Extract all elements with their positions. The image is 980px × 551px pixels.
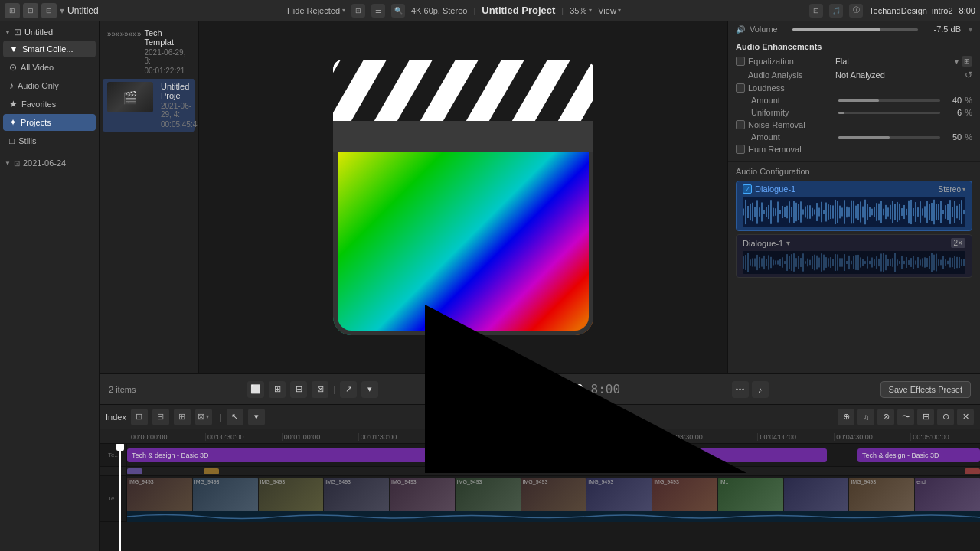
svg-rect-125 <box>763 256 765 269</box>
svg-rect-95 <box>926 201 928 223</box>
equalization-options[interactable]: ⊞ <box>962 56 972 67</box>
volume-slider[interactable] <box>792 28 918 31</box>
top-bar-right: ⊡ 🎵 ⓘ TechandDesign_intro2 8:00 <box>809 4 975 18</box>
noise-amount-slider[interactable] <box>838 136 940 139</box>
svg-rect-139 <box>795 258 797 267</box>
audio-btn[interactable]: 🎵 <box>829 4 843 18</box>
arrow-down-btn[interactable]: ▾ <box>361 381 378 398</box>
cursor-btn[interactable]: ↖ <box>227 409 243 425</box>
clip-name: TechandDesign_intro2 <box>869 6 952 15</box>
audio-config-title: Audio Configuration <box>736 167 972 176</box>
sidebar-item-projects[interactable]: ✦ Projects <box>3 114 96 131</box>
cursor-dropdown[interactable]: ▾ <box>248 409 265 425</box>
svg-rect-30 <box>777 201 779 222</box>
dialogue-track-1-header: ✓ Dialogue-1 Stereo ▾ <box>743 184 965 194</box>
index-btn-4[interactable]: ⊠▾ <box>195 409 212 425</box>
svg-rect-128 <box>770 257 772 268</box>
svg-rect-118 <box>747 253 749 272</box>
sidebar-item-favorites[interactable]: ★ Favorites <box>3 96 96 112</box>
svg-rect-199 <box>933 255 935 271</box>
svg-rect-25 <box>766 207 767 217</box>
loudness-checkbox[interactable] <box>736 83 745 93</box>
svg-rect-50 <box>823 210 825 214</box>
record-btn[interactable]: ⊙ <box>937 409 954 425</box>
view-toggle[interactable]: ⊠ <box>312 381 328 398</box>
list-view-btn[interactable]: ☰ <box>371 4 385 18</box>
svg-rect-110 <box>961 200 962 224</box>
app-icon-2[interactable]: ⊡ <box>23 3 38 18</box>
svg-rect-83 <box>899 204 900 220</box>
hide-rejected-dropdown[interactable]: Hide Rejected ▾ <box>287 6 345 15</box>
playhead[interactable] <box>119 444 121 551</box>
audio-track-btn[interactable]: ♫ <box>858 409 874 425</box>
loudness-amount-label: Amount <box>751 96 835 105</box>
mute-btn[interactable]: ⊗ <box>877 409 894 425</box>
svg-rect-42 <box>805 207 806 218</box>
equalization-row: Equalization Flat ▾ ⊞ <box>736 56 972 67</box>
svg-rect-90 <box>915 202 916 222</box>
svg-rect-47 <box>816 203 818 221</box>
ruler-tick-1: 00:00:30:00 <box>205 433 244 441</box>
noise-removal-checkbox[interactable] <box>736 120 745 129</box>
marker-btn[interactable]: ⊞ <box>269 381 286 398</box>
file-list: »»»»»»»» Tech Templat 2021-06-29, 3: 00:… <box>100 21 199 373</box>
browser-panel: »»»»»»»» Tech Templat 2021-06-29, 3: 00:… <box>100 21 980 373</box>
svg-rect-84 <box>901 208 903 216</box>
index-btn-3[interactable]: ⊞ <box>174 409 191 425</box>
equalization-label: Equalization <box>748 57 832 66</box>
file-item-1[interactable]: »»»»»»»» Tech Templat 2021-06-29, 3: 00:… <box>103 25 195 78</box>
loudness-amount-slider[interactable] <box>838 99 940 102</box>
equalization-checkbox[interactable] <box>736 57 745 66</box>
hum-removal-checkbox[interactable] <box>736 145 745 154</box>
svg-rect-45 <box>812 208 813 216</box>
svg-rect-68 <box>864 200 866 225</box>
audio-waveform-strip <box>127 511 980 522</box>
dialogue-2-badge[interactable]: 2× <box>951 238 965 248</box>
inspector-toggle[interactable]: ⊡ <box>809 4 823 18</box>
index-btn-2[interactable]: ⊟ <box>152 409 169 425</box>
sidebar-item-audio-only[interactable]: ♪ Audio Only <box>3 77 96 94</box>
svg-rect-61 <box>848 207 850 217</box>
clip-btn[interactable]: ⬜ <box>247 381 264 398</box>
zoom-level[interactable]: 35% ▾ <box>570 6 592 15</box>
loudness-label: Loudness <box>748 83 832 93</box>
clip-appearance[interactable]: ⊞ <box>917 409 934 425</box>
sidebar-item-stills[interactable]: □ Stills <box>3 132 96 149</box>
app-icon-3[interactable]: ⊟ <box>41 3 57 18</box>
sidebar-item-all-video[interactable]: ⊙ All Video <box>3 59 96 76</box>
svg-rect-77 <box>885 205 887 219</box>
arrow-btn[interactable]: ↗ <box>340 381 357 398</box>
app-icon-1[interactable]: ⊞ <box>5 3 20 18</box>
svg-rect-148 <box>816 256 818 270</box>
dialogue-1-checkbox[interactable]: ✓ <box>743 184 752 194</box>
svg-rect-173 <box>874 259 875 266</box>
music-clip-2[interactable]: Tech & design - Basic 3D <box>858 448 980 462</box>
loudness-uniformity-value: 6 <box>943 108 962 117</box>
file-item-2[interactable]: 🎬 Untitled Proje 2021-06-29, 4: 00:05:45… <box>103 79 195 132</box>
svg-rect-200 <box>936 254 937 272</box>
zoom-in-btn[interactable]: ⊕ <box>838 409 854 425</box>
audio-btn2[interactable]: ♪ <box>752 381 769 398</box>
svg-rect-120 <box>752 259 753 267</box>
volume-fill <box>792 28 880 31</box>
search-btn[interactable]: 🔍 <box>391 4 405 18</box>
stereo-badge[interactable]: Stereo ▾ <box>939 185 965 194</box>
view-button[interactable]: View ▾ <box>598 6 621 15</box>
info-btn[interactable]: ⓘ <box>849 4 863 18</box>
svg-rect-98 <box>933 200 935 224</box>
audio-analysis-row: Audio Analysis Not Analyzed ↺ <box>736 70 972 80</box>
loudness-uniformity-slider[interactable] <box>838 112 940 114</box>
equalization-value: Flat <box>835 57 952 66</box>
svg-rect-197 <box>929 256 930 269</box>
save-effects-btn[interactable]: Save Effects Preset <box>880 381 971 398</box>
svg-rect-131 <box>777 260 779 264</box>
close-gap-btn[interactable]: ✕ <box>957 409 974 425</box>
svg-rect-122 <box>756 255 758 270</box>
svg-rect-193 <box>920 259 921 265</box>
sidebar-item-smart-collections[interactable]: ▼ Smart Colle... <box>3 41 96 57</box>
svg-rect-64 <box>855 206 857 219</box>
tag-btn[interactable]: ⊟ <box>290 381 307 398</box>
grid-view-btn[interactable]: ⊞ <box>351 4 365 18</box>
waveform-toggle[interactable]: 〜 <box>897 409 914 425</box>
index-btn-1[interactable]: ⊡ <box>131 409 148 425</box>
